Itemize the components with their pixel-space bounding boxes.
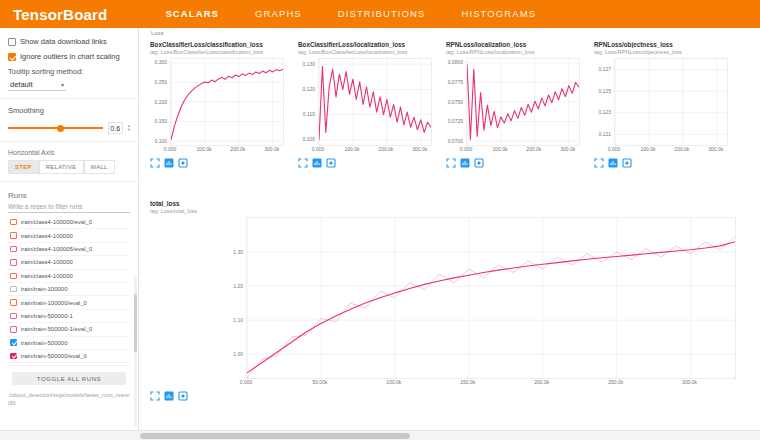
chart-tag: tag: Loss/RPNLoss/objectness_loss [594, 49, 736, 55]
chart-settings-icon[interactable] [460, 158, 470, 168]
spinner-down-icon[interactable]: ▾ [128, 128, 130, 132]
y-tick-label: 0.125 [598, 88, 611, 94]
run-checkbox[interactable] [10, 232, 17, 239]
run-checkbox[interactable] [10, 219, 17, 226]
run-checkbox[interactable] [10, 273, 17, 280]
run-checkbox[interactable] [10, 286, 17, 293]
run-row[interactable]: train/train-100000/eval_0 [8, 296, 130, 309]
run-checkbox[interactable] [10, 246, 17, 253]
slider-thumb[interactable] [57, 125, 64, 132]
axis-button-step[interactable]: STEP [8, 160, 39, 174]
x-tick-label: 0.000 [233, 379, 259, 385]
chart-card-rpn-localization-loss: RPNLoss/localization_loss tag: Loss/RPNL… [446, 41, 588, 168]
nav-tab-histograms[interactable]: HISTOGRAMS [461, 0, 536, 28]
run-row[interactable]: train/class4-100000 [8, 270, 130, 283]
option-label: Show data download links [20, 37, 107, 46]
show-download-checkbox[interactable] [8, 38, 16, 46]
smoothing-row: 0.6 ▴ ▾ [8, 122, 130, 134]
chart-toolbar [298, 158, 440, 168]
x-tick-label: 250.0k [603, 379, 629, 385]
fullscreen-icon[interactable] [150, 158, 160, 168]
runs-filter-input[interactable] [8, 200, 130, 213]
run-checkbox[interactable] [10, 313, 17, 320]
y-tick-label: 0.120 [302, 86, 315, 92]
toggle-all-runs-button[interactable]: TOGGLE ALL RUNS [12, 372, 127, 385]
tooltip-sorting-select[interactable]: default ▾ [8, 78, 66, 91]
pin-icon[interactable] [178, 158, 188, 168]
run-row[interactable]: train/train-500000 [8, 337, 130, 350]
line-chart-plot[interactable] [466, 58, 580, 146]
chart-settings-icon[interactable] [608, 158, 618, 168]
x-tick-label: 150.0k [455, 379, 481, 385]
chart-settings-icon[interactable] [312, 158, 322, 168]
run-checkbox[interactable] [10, 326, 17, 333]
run-row[interactable]: train/train-500000/eval_0 [8, 350, 130, 363]
run-label: train/class4-100000 [21, 273, 73, 279]
run-row[interactable]: train/train-100000 [8, 283, 130, 296]
line-chart-plot[interactable] [170, 58, 284, 146]
y-axis-labels: 0.1000.1100.1200.130 [298, 58, 318, 146]
x-tick-label: 100.0k [381, 379, 407, 385]
run-checkbox[interactable] [10, 339, 17, 346]
fullscreen-icon[interactable] [298, 158, 308, 168]
app-header: TensorBoard SCALARSGRAPHSDISTRIBUTIONSHI… [0, 0, 760, 28]
divider [0, 141, 138, 142]
chart-toolbar [150, 158, 292, 168]
run-row[interactable]: train/class4-100000 [8, 229, 130, 242]
y-tick-label: 0.150 [154, 118, 167, 124]
x-tick-label: 100.0k [487, 146, 513, 152]
fullscreen-icon[interactable] [594, 158, 604, 168]
chart-settings-icon[interactable] [164, 158, 174, 168]
pin-icon[interactable] [474, 158, 484, 168]
nav-tab-distributions[interactable]: DISTRIBUTIONS [338, 0, 426, 28]
y-axis-labels: 0.1210.1230.1250.127 [594, 58, 614, 146]
y-tick-label: 1.20 [233, 283, 243, 289]
chart-card-objectness-loss: RPNLoss/objectness_loss tag: Loss/RPNLos… [594, 41, 736, 168]
run-row[interactable]: train/class4-100005/eval_0 [8, 243, 130, 256]
run-row[interactable]: train/train-500000-1 [8, 310, 130, 323]
smoothing-label: Smoothing [8, 106, 130, 115]
ignore-outliers-option[interactable]: Ignore outliers in chart scaling [8, 52, 130, 61]
y-tick-label: 0.110 [303, 111, 315, 117]
pin-icon[interactable] [622, 158, 632, 168]
run-checkbox[interactable] [10, 259, 17, 266]
chart-title: BoxClassifierLoss/localization_loss [298, 41, 440, 48]
line-chart-plot[interactable] [318, 58, 432, 146]
app-logo: TensorBoard [13, 6, 107, 23]
scrollbar-thumb[interactable] [140, 433, 410, 439]
axis-button-relative[interactable]: RELATIVE [39, 160, 84, 174]
run-row[interactable]: train/train-500000-1/eval_0 [8, 323, 130, 336]
run-row[interactable]: train/class4-100000/eval_0 [8, 216, 130, 229]
fullscreen-icon[interactable] [150, 391, 160, 401]
run-list: train/class4-100000/eval_0train/class4-1… [8, 216, 130, 366]
show-download-links-option[interactable]: Show data download links [8, 37, 130, 46]
line-chart-plot[interactable] [246, 217, 736, 379]
fullscreen-icon[interactable] [446, 158, 456, 168]
chart-tag: tag: Loss/BoxClassifierLoss/classificati… [150, 49, 292, 55]
chart-title: BoxClassifierLoss/classification_loss [150, 41, 292, 48]
smoothing-spinner[interactable]: ▴ ▾ [128, 124, 130, 131]
tag-category-label: Loss [151, 30, 164, 36]
y-tick-label: 0.127 [598, 66, 611, 72]
run-checkbox[interactable] [10, 353, 17, 360]
run-list-scrollbar[interactable] [134, 276, 137, 426]
nav-tab-graphs[interactable]: GRAPHS [255, 0, 302, 28]
chart-title: total_loss [150, 200, 746, 207]
horizontal-scrollbar[interactable] [0, 430, 760, 440]
y-tick-label: 0.0725 [448, 118, 463, 124]
ignore-outliers-checkbox[interactable] [8, 53, 16, 61]
x-tick-label: 100.0k [635, 146, 661, 152]
chart-settings-icon[interactable] [164, 391, 174, 401]
axis-button-wall[interactable]: WALL [84, 160, 115, 174]
pin-icon[interactable] [326, 158, 336, 168]
line-chart-plot[interactable] [614, 58, 728, 146]
run-label: train/train-100000/eval_0 [21, 300, 87, 306]
run-row[interactable]: train/class4-100000 [8, 256, 130, 269]
smoothing-value[interactable]: 0.6 [108, 122, 123, 134]
pin-icon[interactable] [178, 391, 188, 401]
smoothing-slider[interactable] [8, 127, 103, 129]
x-tick-label: 300.0k [677, 379, 703, 385]
run-checkbox[interactable] [10, 299, 17, 306]
chart-card-box-localization-loss: BoxClassifierLoss/localization_loss tag:… [298, 41, 440, 168]
nav-tab-scalars[interactable]: SCALARS [165, 0, 219, 28]
